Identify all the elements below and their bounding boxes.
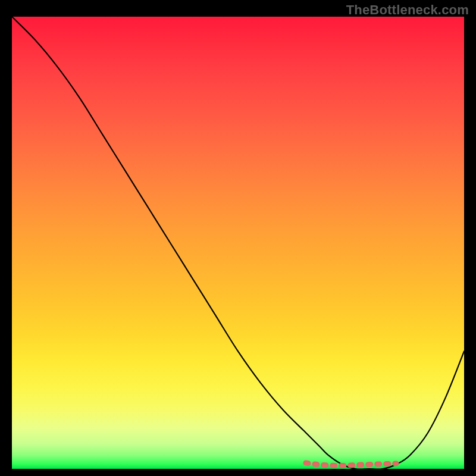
plateau-marker-path [306,463,396,466]
plot-area [12,17,464,469]
chart-container [12,17,464,469]
bottleneck-curve-path [12,17,464,469]
watermark-label: TheBottleneck.com [346,2,469,18]
chart-svg [12,17,464,469]
